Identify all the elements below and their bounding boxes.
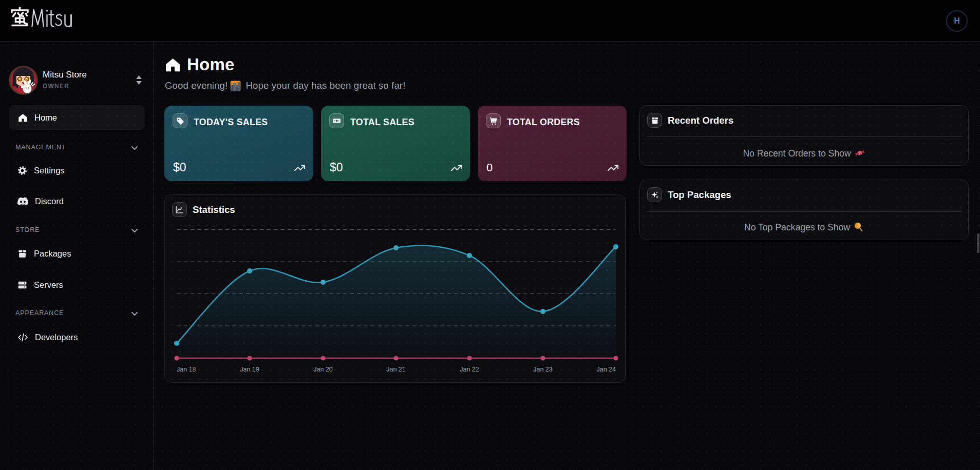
svg-text:Jan 20: Jan 20 [313,366,333,373]
svg-text:Jan 18: Jan 18 [177,366,196,373]
svg-text:Jan 22: Jan 22 [460,366,479,373]
svg-text:Jan 23: Jan 23 [533,366,553,373]
svg-text:Jan 24: Jan 24 [596,366,616,373]
svg-text:Jan 19: Jan 19 [240,366,259,373]
svg-text:Jan 21: Jan 21 [386,366,406,373]
